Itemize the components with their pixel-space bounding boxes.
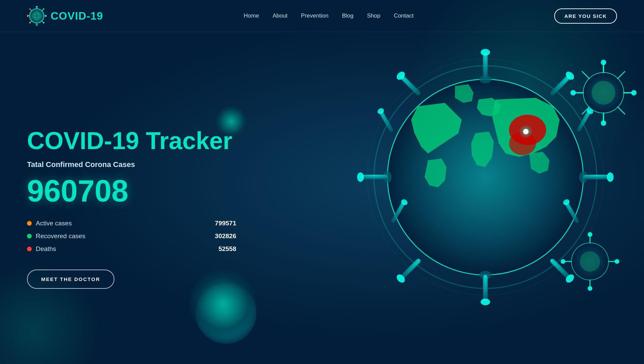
svg-point-69 [601, 120, 606, 126]
deaths-value: 52558 [218, 245, 236, 253]
deaths-label: Deaths [36, 245, 56, 253]
nav-item-about[interactable]: About [272, 12, 287, 19]
nav-item-blog[interactable]: Blog [342, 12, 353, 19]
svg-point-16 [29, 8, 31, 10]
svg-line-64 [582, 72, 589, 79]
svg-point-80 [561, 259, 565, 264]
svg-point-15 [45, 15, 47, 17]
svg-point-73 [580, 251, 600, 272]
nav-item-shop[interactable]: Shop [367, 12, 380, 19]
svg-line-65 [618, 72, 625, 79]
svg-point-78 [588, 232, 592, 237]
are-you-sick-button[interactable]: ARE YOU SICK [554, 8, 617, 24]
svg-point-41 [607, 172, 614, 182]
recovered-dot [27, 234, 32, 239]
svg-line-67 [618, 107, 625, 114]
hero-subtitle: Tatal Confirmed Corona Cases [27, 160, 236, 169]
svg-point-1 [32, 11, 41, 20]
svg-point-14 [27, 15, 29, 17]
svg-rect-37 [360, 175, 387, 179]
recovered-value: 302826 [215, 232, 236, 240]
logo-icon [27, 6, 47, 26]
stat-recovered: Recovered cases 302826 [27, 232, 236, 240]
svg-rect-31 [483, 52, 488, 79]
stat-active: Active cases 799571 [27, 220, 236, 227]
hero-content: COVID-19 Tracker Tatal Confirmed Corona … [27, 128, 236, 289]
nav-links: Home About Prevention Blog Shop Contact [244, 12, 413, 19]
svg-point-38 [357, 172, 364, 182]
svg-rect-40 [583, 175, 610, 179]
active-label: Active cases [36, 220, 72, 227]
total-count: 960708 [27, 176, 236, 206]
hero-title: COVID-19 Tracker [27, 128, 236, 154]
stat-deaths: Deaths 52558 [27, 245, 236, 253]
recovered-label: Recovered cases [36, 232, 85, 240]
svg-point-68 [601, 60, 606, 65]
svg-point-18 [29, 22, 31, 24]
nav-item-prevention[interactable]: Prevention [301, 12, 328, 19]
hero-section: COVID-19 Tracker Tatal Confirmed Corona … [0, 32, 644, 364]
svg-point-28 [523, 129, 529, 134]
svg-point-13 [36, 24, 38, 26]
svg-point-81 [615, 259, 619, 264]
main-nav: COVID-19 Home About Prevention Blog Shop… [0, 0, 644, 32]
active-value: 799571 [215, 220, 236, 227]
deaths-dot [27, 247, 32, 251]
svg-point-35 [481, 299, 490, 305]
svg-point-17 [43, 8, 45, 10]
svg-point-70 [570, 90, 576, 95]
svg-point-71 [631, 90, 637, 95]
svg-point-59 [592, 81, 615, 105]
nav-item-contact[interactable]: Contact [394, 12, 414, 19]
hero-illustration [236, 52, 617, 364]
meet-the-doctor-button[interactable]: MEET THE DOCTOR [27, 270, 114, 289]
svg-point-19 [43, 22, 45, 24]
nav-item-home[interactable]: Home [244, 12, 259, 19]
virus-globe [333, 32, 637, 336]
svg-point-32 [481, 49, 490, 56]
svg-point-12 [36, 6, 38, 8]
stats-list: Active cases 799571 Recovered cases 3028… [27, 220, 236, 253]
logo-text: COVID-19 [51, 10, 103, 22]
active-dot [27, 221, 32, 226]
logo[interactable]: COVID-19 [27, 6, 103, 26]
svg-rect-34 [483, 275, 488, 302]
svg-point-79 [588, 286, 592, 291]
